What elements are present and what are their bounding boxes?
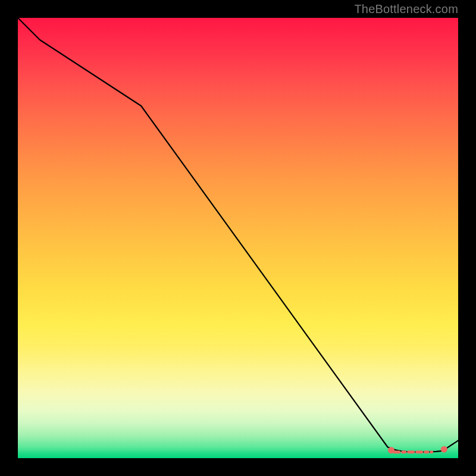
plot-area	[18, 18, 458, 458]
watermark-text: TheBottleneck.com	[354, 2, 458, 16]
series-layer	[18, 18, 458, 452]
chart-container: TheBottleneck.com	[0, 0, 476, 476]
bottleneck-curve-line	[18, 18, 458, 452]
chart-svg	[18, 18, 458, 458]
marker-dot	[388, 447, 394, 453]
marker-dot	[441, 446, 447, 453]
